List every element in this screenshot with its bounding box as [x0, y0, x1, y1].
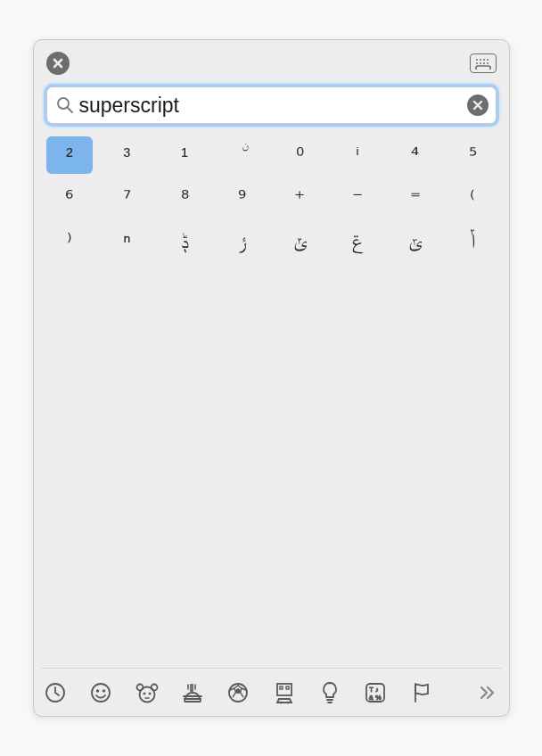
svg-point-1 [480, 59, 481, 61]
category-more[interactable] [473, 678, 499, 707]
category-food[interactable] [179, 678, 205, 707]
svg-point-7 [487, 62, 489, 64]
svg-point-12 [92, 684, 110, 702]
character-cell[interactable]: ⁺ [276, 179, 324, 217]
keyboard-viewer-button[interactable] [470, 53, 497, 73]
svg-point-13 [97, 689, 100, 692]
category-animals[interactable] [134, 678, 160, 707]
search-field-container [46, 86, 497, 124]
character-cell[interactable]: ³ [103, 136, 151, 174]
results-grid: ²³¹ۨ⁰ⁱ⁴⁵⁶⁷⁸⁹⁺⁻⁼⁽⁾ⁿݙݬݵݝݶݳ [46, 136, 497, 259]
svg-point-27 [287, 702, 289, 703]
search-input[interactable] [79, 94, 467, 118]
character-cell[interactable]: ⁴ [391, 136, 439, 174]
character-cell[interactable]: ⁶ [46, 179, 94, 217]
svg-rect-8 [476, 66, 490, 70]
travel-icon [272, 681, 297, 704]
character-cell[interactable]: ⁽ [449, 179, 497, 217]
character-cell[interactable]: ⁿ [103, 222, 151, 259]
svg-point-26 [280, 702, 282, 703]
svg-point-5 [480, 62, 481, 64]
svg-rect-24 [280, 686, 283, 689]
soccer-icon [226, 681, 250, 704]
character-cell[interactable]: ⁸ [161, 179, 209, 217]
character-cell[interactable]: ݝ [334, 222, 382, 259]
svg-rect-20 [191, 685, 193, 691]
character-cell[interactable]: ݶ [391, 222, 439, 259]
character-cell[interactable]: ¹ [161, 136, 209, 174]
flag-icon [411, 681, 432, 704]
character-cell[interactable]: ݙ [161, 222, 209, 259]
category-frequently-used[interactable] [43, 678, 69, 707]
svg-point-6 [483, 62, 485, 64]
category-activity[interactable] [226, 678, 251, 707]
svg-rect-25 [286, 686, 289, 689]
category-symbols[interactable]: T ♪ & % [363, 678, 389, 707]
character-cell[interactable]: ² [46, 136, 94, 174]
character-cell[interactable]: ⁱ [334, 136, 382, 174]
svg-point-14 [103, 689, 106, 692]
character-cell[interactable]: ۨ [218, 136, 266, 174]
svg-point-16 [136, 684, 143, 690]
svg-text:&: & [369, 694, 374, 702]
character-cell[interactable]: ⁷ [103, 179, 151, 217]
character-cell[interactable]: ⁻ [334, 179, 382, 217]
titlebar [46, 51, 497, 76]
svg-text:%: % [375, 694, 382, 702]
category-objects[interactable] [316, 678, 342, 707]
character-cell[interactable]: ݳ [449, 222, 497, 259]
character-cell[interactable]: ⁵ [449, 136, 497, 174]
clear-icon [472, 100, 483, 111]
clock-icon [44, 681, 67, 704]
close-icon [52, 57, 64, 70]
character-cell[interactable]: ⁾ [46, 222, 94, 259]
svg-text:♪: ♪ [375, 686, 379, 693]
category-flags[interactable] [408, 678, 434, 707]
svg-point-3 [487, 59, 489, 61]
svg-point-9 [58, 98, 69, 109]
svg-text:T: T [370, 686, 374, 694]
clear-search-button[interactable] [467, 94, 489, 116]
close-button[interactable] [46, 52, 70, 75]
svg-point-2 [483, 59, 485, 61]
svg-point-18 [144, 692, 145, 694]
lightbulb-icon [320, 681, 340, 704]
character-cell[interactable]: ⁼ [391, 179, 439, 217]
svg-point-17 [151, 684, 157, 690]
keyboard-icon [473, 57, 493, 70]
character-cell[interactable]: ⁰ [276, 136, 324, 174]
category-travel[interactable] [271, 678, 297, 707]
bear-icon [135, 681, 160, 704]
symbols-icon: T ♪ & % [364, 681, 387, 704]
category-bar: T ♪ & % [41, 668, 502, 707]
food-icon [181, 681, 204, 704]
svg-point-4 [476, 62, 478, 64]
empty-space [46, 259, 497, 668]
chevron-double-right-icon [477, 683, 497, 703]
character-cell[interactable]: ⁹ [218, 179, 266, 217]
svg-point-19 [149, 692, 151, 694]
category-smileys[interactable] [88, 678, 114, 707]
svg-line-10 [68, 108, 72, 112]
character-cell[interactable]: ݬ [218, 222, 266, 259]
search-icon [56, 96, 74, 114]
character-viewer-window: ²³¹ۨ⁰ⁱ⁴⁵⁶⁷⁸⁹⁺⁻⁼⁽⁾ⁿݙݬݵݝݶݳ [33, 39, 510, 717]
svg-point-0 [476, 59, 478, 61]
svg-marker-22 [236, 688, 241, 693]
character-cell[interactable]: ݵ [276, 222, 324, 259]
smiley-icon [89, 681, 112, 704]
